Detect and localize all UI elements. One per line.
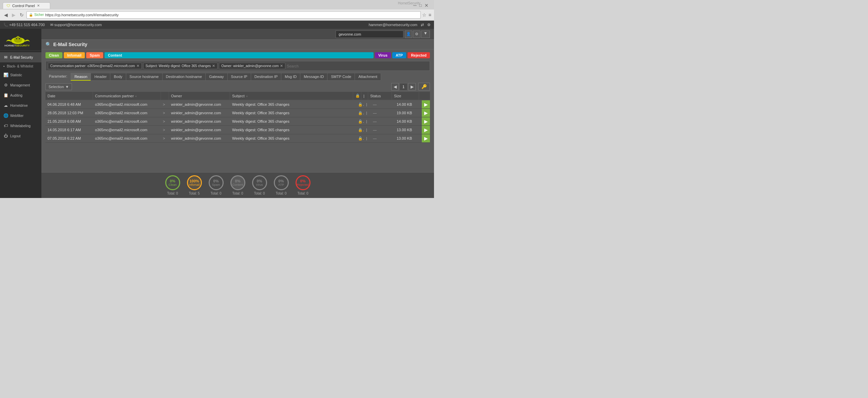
window-close-icon[interactable]: ✕: [424, 3, 429, 8]
col-header-direction: [161, 92, 169, 100]
param-tab-attachment[interactable]: Attachment: [355, 73, 381, 81]
phone-icon: 📞: [3, 23, 8, 27]
current-page: 1: [399, 83, 408, 91]
email-info: ✉ support@hornetsecurity.com: [50, 23, 102, 27]
pagination: ◀ 1 ▶: [391, 83, 416, 91]
filter-infomail[interactable]: Infomail: [64, 52, 85, 58]
col-header-owner: Owner: [169, 92, 230, 100]
selection-button[interactable]: Selection ▼: [45, 83, 72, 90]
svg-point-3: [19, 38, 20, 39]
col-header-status: Status: [368, 92, 392, 100]
param-tab-reason[interactable]: Reason: [71, 73, 91, 81]
param-tab-dest-hostname[interactable]: Destination hostname: [162, 73, 205, 81]
sidebar-item-logout[interactable]: ⏻ Logout: [0, 131, 41, 141]
key-icon-button[interactable]: 🔑: [418, 83, 430, 91]
page-title: E-Mail Security: [53, 42, 87, 47]
sidebar-item-blackwhitelist[interactable]: ▪ Black- & Whitelist: [0, 62, 41, 70]
table-row: 28.05.2018 12:03 PM o365mc@email2.micros…: [45, 109, 430, 117]
topbar-icon-2[interactable]: ⚙: [427, 23, 431, 27]
stat-total-content: Total: 0: [232, 192, 243, 195]
filter-clean[interactable]: Clean: [45, 52, 62, 58]
param-tab-header[interactable]: Header: [91, 73, 110, 81]
forward-button[interactable]: ▶: [11, 12, 17, 18]
next-page-btn[interactable]: ▶: [408, 83, 416, 91]
filter-virus[interactable]: Virus: [375, 52, 391, 58]
stat-virus: 0% Virus Total: 0: [252, 175, 267, 195]
menu-icon[interactable]: ≡: [429, 12, 431, 18]
sidebar-label-management: Management: [10, 83, 30, 87]
hornetsecurity-logo: HORNETSECURITY: [3, 32, 33, 47]
param-tab-source-ip[interactable]: Source IP: [227, 73, 251, 81]
topbar-icon-1[interactable]: ⇄: [421, 23, 424, 27]
stat-infomail: 100% Infomail Total: 5: [187, 175, 202, 195]
secure-icon: 🔒: [29, 13, 33, 17]
chip-subject: Subject: Weekly digest: Office 365 chang…: [143, 63, 218, 69]
row-action-btn-4[interactable]: ▶: [422, 126, 430, 134]
param-tab-dest-ip[interactable]: Destination IP: [251, 73, 281, 81]
sidebar-label-logout: Logout: [10, 134, 21, 138]
table-row: 14.05.2018 6:17 AM o365mc@email2.microso…: [45, 126, 430, 134]
sidebar-label-auditing: Auditing: [10, 94, 22, 97]
emailsecurity-icon: ✉: [3, 55, 8, 60]
filter-bar: Clean Infomail Spam Content Virus ATP Re…: [45, 52, 430, 58]
email-icon: ✉: [50, 23, 53, 27]
domain-user-btn[interactable]: 👤: [405, 31, 412, 38]
stat-total-atp: Total: 0: [276, 192, 286, 195]
domain-expand-btn[interactable]: ▼: [421, 31, 430, 38]
row-action-btn-5[interactable]: ▶: [422, 134, 430, 142]
sidebar-item-emailsecurity[interactable]: ✉ E-Mail Security: [0, 52, 41, 62]
reload-button[interactable]: ↻: [18, 12, 25, 18]
param-tab-source-hostname[interactable]: Source hostname: [126, 73, 162, 81]
col-header-date: Date: [45, 92, 93, 100]
blackwhitelist-icon: ▪: [3, 64, 5, 68]
auditing-icon: 📋: [3, 93, 8, 98]
domain-settings-btn[interactable]: ⚙: [413, 31, 420, 38]
param-tab-smtp[interactable]: SMTP Code: [327, 73, 355, 81]
filter-rejected[interactable]: Rejected: [408, 52, 430, 58]
stat-spam: 0% Spam Total: 0: [209, 175, 224, 195]
chip-close-owner[interactable]: ✕: [280, 64, 283, 68]
browser-tab[interactable]: 🛡 Control Panel ✕: [3, 2, 50, 9]
selection-chevron-icon: ▼: [65, 85, 69, 89]
sidebar-item-statistic[interactable]: 📊 Statistic: [0, 70, 41, 80]
bookmark-icon[interactable]: ☆: [422, 12, 427, 18]
chip-close-subject[interactable]: ✕: [212, 64, 215, 68]
sidebar-label-webfilter: Webfilter: [10, 114, 23, 118]
tab-favicon: 🛡: [6, 4, 10, 8]
sidebar-item-auditing[interactable]: 📋 Auditing: [0, 90, 41, 100]
search-input[interactable]: [287, 64, 428, 68]
row-action-btn-1[interactable]: ▶: [422, 100, 430, 108]
stat-clean: 0% Clean Total: 0: [165, 175, 180, 195]
filter-atp[interactable]: ATP: [392, 52, 406, 58]
param-tab-msgid[interactable]: Msg ID: [281, 73, 300, 81]
filter-content[interactable]: Content: [105, 52, 374, 58]
param-tab-message-id[interactable]: Message-ID: [300, 73, 327, 81]
stat-total-infomail: Total: 5: [189, 192, 200, 195]
chip-close-comm[interactable]: ✕: [136, 64, 139, 68]
col-header-subject: Subject ⬦: [230, 92, 353, 100]
sidebar-item-management[interactable]: ⚙ Management: [0, 80, 41, 90]
sidebar-item-whitelabeling[interactable]: 🏷 Whitelabeling: [0, 121, 41, 131]
sidebar-item-hornetdrive[interactable]: ☁ Hornetdrive: [0, 100, 41, 111]
row-action-btn-3[interactable]: ▶: [422, 117, 430, 125]
tab-title: Control Panel: [12, 4, 35, 8]
sidebar-item-webfilter[interactable]: 🌐 Webfilter: [0, 111, 41, 121]
parameter-tabs: Parameter: Reason Header Body Source hos…: [45, 73, 430, 81]
table-row: 21.05.2018 6:08 AM o365mc@email2.microso…: [45, 117, 430, 126]
chip-comm-partner: Communication partner: o365mc@email2.mic…: [48, 63, 142, 69]
table-row: 04.06.2018 6:48 AM o365mc@email2.microso…: [45, 100, 430, 109]
svg-text:HORNETSECURITY: HORNETSECURITY: [4, 44, 30, 47]
row-action-btn-2[interactable]: ▶: [422, 109, 430, 117]
stat-total-spam: Total: 0: [210, 192, 221, 195]
prev-page-btn[interactable]: ◀: [391, 83, 399, 91]
back-button[interactable]: ◀: [3, 12, 9, 18]
domain-input[interactable]: [336, 31, 403, 38]
stat-rejected: 0% Rejected Total: 0: [296, 175, 310, 195]
param-label: Parameter:: [45, 73, 71, 81]
logout-icon: ⏻: [3, 134, 8, 138]
stat-total-virus: Total: 0: [254, 192, 265, 195]
param-tab-gateway[interactable]: Gateway: [205, 73, 227, 81]
tab-close-icon[interactable]: ✕: [37, 4, 40, 7]
filter-spam[interactable]: Spam: [86, 52, 103, 58]
param-tab-body[interactable]: Body: [110, 73, 126, 81]
